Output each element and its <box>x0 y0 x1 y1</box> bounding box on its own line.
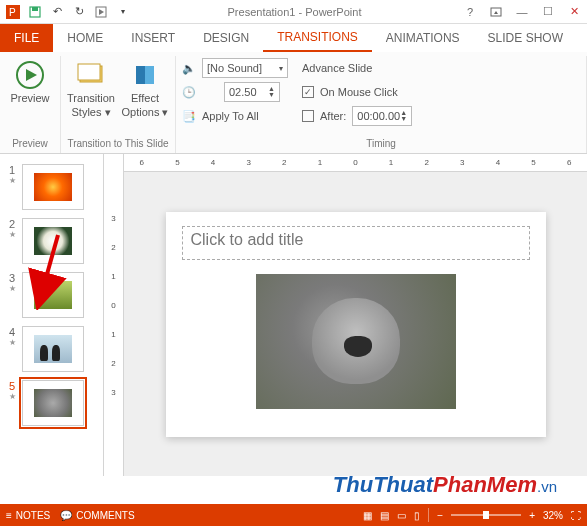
close-icon[interactable]: ✕ <box>561 0 587 24</box>
transition-indicator-icon: ★ <box>9 284 16 293</box>
thumb-image <box>34 173 72 201</box>
svg-rect-3 <box>32 7 38 11</box>
ribbon-options-icon[interactable] <box>483 0 509 24</box>
slide-thumb-1[interactable]: 1★ <box>0 160 103 214</box>
transition-styles-button[interactable]: Transition Styles ▾ <box>67 56 115 119</box>
effect-options-button[interactable]: Effect Options ▾ <box>121 56 169 119</box>
apply-to-all-button[interactable]: 📑 Apply To All <box>182 106 288 126</box>
apply-all-label: Apply To All <box>202 110 259 122</box>
slide-content-image[interactable] <box>256 274 456 409</box>
horizontal-ruler: 6543210123456 <box>124 154 587 172</box>
preview-label: Preview <box>10 92 49 104</box>
on-mouse-label: On Mouse Click <box>320 86 398 98</box>
apply-all-icon: 📑 <box>182 110 196 123</box>
window-title: Presentation1 - PowerPoint <box>132 6 457 18</box>
qat-customize-icon[interactable]: ▾ <box>114 3 132 21</box>
reading-view-icon[interactable]: ▭ <box>397 510 406 521</box>
zoom-in-button[interactable]: + <box>529 510 535 521</box>
fit-window-icon[interactable]: ⛶ <box>571 510 581 521</box>
on-mouse-checkbox[interactable]: ✓ <box>302 86 314 98</box>
sorter-view-icon[interactable]: ▤ <box>380 510 389 521</box>
ribbon: Preview Preview Transition Styles ▾ Effe… <box>0 52 587 154</box>
normal-view-icon[interactable]: ▦ <box>363 510 372 521</box>
spinner-icon[interactable]: ▲▼ <box>400 110 407 122</box>
zoom-slider[interactable] <box>451 514 521 516</box>
preview-play-icon <box>15 60 45 90</box>
transition-indicator-icon: ★ <box>9 392 16 401</box>
svg-marker-5 <box>99 9 104 15</box>
slide-canvas[interactable]: Click to add title <box>166 212 546 437</box>
group-timing: 🔈 [No Sound]▾ 🕒 02.50 ▲▼ 📑 Apply To All <box>176 56 587 153</box>
tab-slideshow[interactable]: SLIDE SHOW <box>474 24 577 52</box>
slide-editor: 6543210123456 3210123 Click to add title <box>104 154 587 476</box>
sound-value: [No Sound] <box>207 62 262 74</box>
group-preview-label: Preview <box>6 136 54 153</box>
thumb-image <box>34 389 72 417</box>
svg-rect-11 <box>78 64 100 80</box>
after-label: After: <box>320 110 346 122</box>
group-timing-label: Timing <box>182 136 580 153</box>
sound-combo[interactable]: [No Sound]▾ <box>202 58 288 78</box>
status-bar: ≡NOTES 💬COMMENTS ▦ ▤ ▭ ▯ − + 32% ⛶ <box>0 504 587 526</box>
transition-indicator-icon: ★ <box>9 338 16 347</box>
transition-indicator-icon: ★ <box>9 176 16 185</box>
zoom-value: 32% <box>543 510 563 521</box>
duration-icon: 🕒 <box>182 86 196 99</box>
group-transition: Transition Styles ▾ Effect Options ▾ Tra… <box>61 56 176 153</box>
redo-icon[interactable]: ↻ <box>70 3 88 21</box>
comments-button[interactable]: 💬COMMENTS <box>60 510 134 521</box>
vertical-ruler: 3210123 <box>104 154 124 476</box>
notes-icon: ≡ <box>6 510 12 521</box>
workspace: 1★ 2★ 3★ 4★ 5★ 6543210123456 3210123 <box>0 154 587 476</box>
save-icon[interactable] <box>26 3 44 21</box>
thumb-image <box>34 281 72 309</box>
title-placeholder[interactable]: Click to add title <box>182 226 530 260</box>
duration-value: 02.50 <box>229 86 257 98</box>
group-transition-label: Transition to This Slide <box>67 136 169 153</box>
help-icon[interactable]: ? <box>457 0 483 24</box>
svg-rect-13 <box>136 66 145 84</box>
title-bar: P ↶ ↻ ▾ Presentation1 - PowerPoint ? — ☐… <box>0 0 587 24</box>
tab-design[interactable]: DESIGN <box>189 24 263 52</box>
zoom-out-button[interactable]: − <box>437 510 443 521</box>
minimize-icon[interactable]: — <box>509 0 535 24</box>
svg-marker-7 <box>494 11 498 14</box>
svg-marker-9 <box>26 69 37 81</box>
maximize-icon[interactable]: ☐ <box>535 0 561 24</box>
after-input[interactable]: 00:00.00 ▲▼ <box>352 106 412 126</box>
undo-icon[interactable]: ↶ <box>48 3 66 21</box>
tab-animations[interactable]: ANIMATIONS <box>372 24 474 52</box>
notes-button[interactable]: ≡NOTES <box>6 510 50 521</box>
slide-thumb-4[interactable]: 4★ <box>0 322 103 376</box>
preview-button[interactable]: Preview <box>6 56 54 104</box>
after-checkbox[interactable] <box>302 110 314 122</box>
transition-indicator-icon: ★ <box>9 230 16 239</box>
tab-file[interactable]: FILE <box>0 24 53 52</box>
after-value: 00:00.00 <box>357 110 400 122</box>
duration-input[interactable]: 02.50 ▲▼ <box>224 82 280 102</box>
start-from-beginning-icon[interactable] <box>92 3 110 21</box>
svg-text:P: P <box>9 7 16 18</box>
tab-insert[interactable]: INSERT <box>117 24 189 52</box>
comments-icon: 💬 <box>60 510 72 521</box>
powerpoint-icon: P <box>4 3 22 21</box>
effect-options-icon <box>130 60 160 90</box>
slide-thumbnail-panel[interactable]: 1★ 2★ 3★ 4★ 5★ <box>0 154 104 476</box>
tab-transitions[interactable]: TRANSITIONS <box>263 24 372 52</box>
group-preview: Preview Preview <box>0 56 61 153</box>
sound-icon: 🔈 <box>182 62 196 75</box>
thumb-image <box>34 335 72 363</box>
thumb-image <box>34 227 72 255</box>
transition-styles-icon <box>76 60 106 90</box>
spinner-icon[interactable]: ▲▼ <box>268 86 275 98</box>
window-controls: ? — ☐ ✕ <box>457 0 587 24</box>
slide-thumb-2[interactable]: 2★ <box>0 214 103 268</box>
quick-access-toolbar: P ↶ ↻ ▾ <box>0 3 132 21</box>
tab-home[interactable]: HOME <box>53 24 117 52</box>
slideshow-view-icon[interactable]: ▯ <box>414 510 420 521</box>
watermark: ThuThuatPhanMem.vn <box>333 472 557 498</box>
advance-slide-label: Advance Slide <box>302 58 412 78</box>
ribbon-tabs: FILE HOME INSERT DESIGN TRANSITIONS ANIM… <box>0 24 587 52</box>
slide-thumb-3[interactable]: 3★ <box>0 268 103 322</box>
slide-thumb-5[interactable]: 5★ <box>0 376 103 430</box>
